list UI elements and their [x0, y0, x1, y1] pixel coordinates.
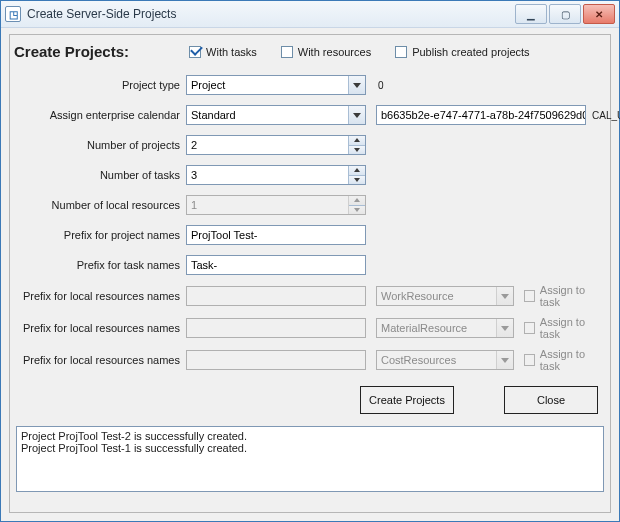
num-local-resources-value: 1: [187, 199, 348, 211]
header-row: Create Projects: With tasks With resourc…: [10, 35, 610, 74]
res-type-combobox: MaterialResource: [376, 318, 514, 338]
chevron-down-icon: [496, 287, 513, 305]
num-local-resources-label: Number of local resources: [16, 199, 186, 211]
assign-to-task-label: Assign to task: [540, 284, 600, 308]
spinner-up-icon[interactable]: [349, 136, 365, 145]
form-group: Create Projects: With tasks With resourc…: [9, 34, 611, 513]
spinner-buttons: [348, 196, 365, 214]
calendar-label: Assign enterprise calendar: [16, 109, 186, 121]
res-prefix-field: [186, 350, 366, 370]
num-tasks-spinner[interactable]: 3: [186, 165, 366, 185]
spinner-down-icon[interactable]: [349, 145, 365, 155]
res-type-value: WorkResource: [377, 290, 496, 302]
res-prefix-label: Prefix for local resources names: [16, 354, 186, 366]
close-window-button[interactable]: ✕: [583, 4, 615, 24]
with-resources-label: With resources: [298, 46, 371, 58]
maximize-button[interactable]: ▢: [549, 4, 581, 24]
chevron-down-icon[interactable]: [348, 106, 365, 124]
checkbox-icon: [524, 354, 535, 366]
assign-to-task-label: Assign to task: [540, 316, 600, 340]
status-log[interactable]: Project ProjTool Test-2 is successfully …: [16, 426, 604, 492]
publish-label: Publish created projects: [412, 46, 529, 58]
project-type-side-value: 0: [376, 80, 586, 91]
calendar-uid-field[interactable]: b6635b2e-e747-4771-a78b-24f7509629d0: [376, 105, 586, 125]
dialog-window: ◳ Create Server-Side Projects ▁ ▢ ✕ Crea…: [0, 0, 620, 522]
with-tasks-checkbox[interactable]: With tasks: [189, 46, 257, 58]
num-projects-label: Number of projects: [16, 139, 186, 151]
assign-to-task-label: Assign to task: [540, 348, 600, 372]
calendar-value: Standard: [187, 109, 348, 121]
calendar-uid-suffix: CAL_UID: [586, 110, 620, 121]
num-tasks-value: 3: [187, 169, 348, 181]
spinner-buttons[interactable]: [348, 136, 365, 154]
res-type-value: CostResources: [377, 354, 496, 366]
num-tasks-label: Number of tasks: [16, 169, 186, 181]
assign-to-task-checkbox: Assign to task: [524, 316, 600, 340]
minimize-button[interactable]: ▁: [515, 4, 547, 24]
res-prefix-label: Prefix for local resources names: [16, 290, 186, 302]
res-prefix-label: Prefix for local resources names: [16, 322, 186, 334]
maximize-icon: ▢: [561, 9, 570, 20]
spinner-up-icon[interactable]: [349, 166, 365, 175]
prefix-project-value: ProjTool Test-: [187, 229, 365, 241]
num-local-resources-spinner: 1: [186, 195, 366, 215]
create-projects-button[interactable]: Create Projects: [360, 386, 454, 414]
res-prefix-field: [186, 318, 366, 338]
close-icon: ✕: [595, 9, 603, 20]
system-menu-icon[interactable]: ◳: [5, 6, 21, 22]
window-buttons: ▁ ▢ ✕: [515, 4, 615, 24]
prefix-project-field[interactable]: ProjTool Test-: [186, 225, 366, 245]
button-row: Create Projects Close: [10, 380, 610, 426]
res-type-combobox: WorkResource: [376, 286, 514, 306]
chevron-down-icon: [496, 319, 513, 337]
client-area: Create Projects: With tasks With resourc…: [1, 28, 619, 521]
checkbox-icon: [524, 322, 535, 334]
prefix-project-label: Prefix for project names: [16, 229, 186, 241]
titlebar: ◳ Create Server-Side Projects ▁ ▢ ✕: [1, 1, 619, 28]
prefix-task-label: Prefix for task names: [16, 259, 186, 271]
checkbox-icon: [524, 290, 535, 302]
with-resources-checkbox[interactable]: With resources: [281, 46, 371, 58]
calendar-uid-value: b6635b2e-e747-4771-a78b-24f7509629d0: [377, 109, 585, 121]
publish-checkbox[interactable]: Publish created projects: [395, 46, 529, 58]
chevron-down-icon: [496, 351, 513, 369]
with-tasks-label: With tasks: [206, 46, 257, 58]
checkbox-icon: [395, 46, 407, 58]
res-type-combobox: CostResources: [376, 350, 514, 370]
prefix-task-field[interactable]: Task-: [186, 255, 366, 275]
spinner-down-icon: [349, 205, 365, 215]
checkbox-icon: [281, 46, 293, 58]
spinner-buttons[interactable]: [348, 166, 365, 184]
form-area: Project type Project 0 Assign enterprise…: [10, 74, 610, 380]
minimize-icon: ▁: [527, 9, 535, 20]
res-type-value: MaterialResource: [377, 322, 496, 334]
prefix-task-value: Task-: [187, 259, 365, 271]
project-type-combobox[interactable]: Project: [186, 75, 366, 95]
calendar-combobox[interactable]: Standard: [186, 105, 366, 125]
res-prefix-field: [186, 286, 366, 306]
num-projects-value: 2: [187, 139, 348, 151]
header-label: Create Projects:: [14, 43, 129, 60]
chevron-down-icon[interactable]: [348, 76, 365, 94]
close-button[interactable]: Close: [504, 386, 598, 414]
checkbox-icon: [189, 46, 201, 58]
spinner-up-icon: [349, 196, 365, 205]
project-type-value: Project: [187, 79, 348, 91]
spinner-down-icon[interactable]: [349, 175, 365, 185]
assign-to-task-checkbox: Assign to task: [524, 348, 600, 372]
num-projects-spinner[interactable]: 2: [186, 135, 366, 155]
project-type-label: Project type: [16, 79, 186, 91]
window-title: Create Server-Side Projects: [27, 7, 515, 21]
assign-to-task-checkbox: Assign to task: [524, 284, 600, 308]
